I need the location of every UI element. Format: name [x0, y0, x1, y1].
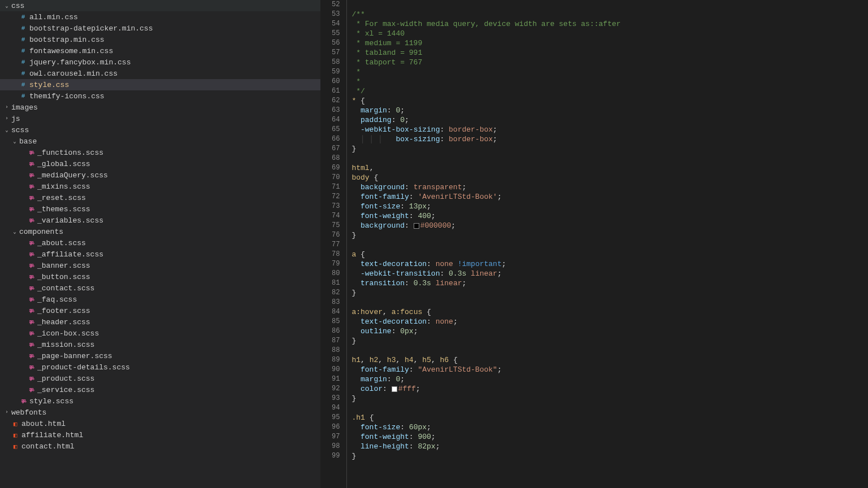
file-item[interactable]: ⅌_variables.scss [0, 215, 320, 226]
code-line[interactable]: outline: 0px; [351, 326, 868, 336]
code-line[interactable] [351, 0, 868, 10]
line-number: 76 [332, 230, 340, 240]
file-item[interactable]: ⅌_mediaQuery.scss [0, 169, 320, 181]
code-content[interactable]: /** * For max-width media query, device … [346, 0, 868, 488]
folder-item[interactable]: ⌄scss [0, 124, 320, 136]
code-line[interactable]: text-decoration: none !important; [351, 259, 868, 269]
chevron-down-icon: ⌄ [11, 229, 18, 235]
code-line[interactable]: html, [351, 163, 868, 173]
code-line[interactable]: line-height: 82px; [351, 442, 868, 451]
file-item[interactable]: ⅌style.scss [0, 395, 320, 407]
file-item[interactable]: ⅌_reset.scss [0, 192, 320, 203]
code-line[interactable]: padding: 0; [351, 115, 868, 125]
code-editor[interactable]: 5253545556575859606162636465666768697071… [320, 0, 868, 488]
folder-item[interactable]: ›images [0, 102, 320, 113]
code-line[interactable]: .h1 { [351, 413, 868, 422]
code-line[interactable]: body { [351, 173, 868, 182]
file-item[interactable]: ◧about.html [0, 418, 320, 429]
file-item[interactable]: ⅌_page-banner.scss [0, 350, 320, 361]
folder-item[interactable]: ⌄components [0, 226, 320, 237]
code-line[interactable] [351, 298, 868, 307]
file-item[interactable]: ⅌_button.scss [0, 271, 320, 282]
file-item[interactable]: #bootstrap-datepicker.min.css [0, 23, 320, 34]
code-line[interactable]: } [351, 288, 868, 298]
code-line[interactable]: font-family: "AvenirLTStd-Book"; [351, 365, 868, 374]
code-line[interactable]: │ │ │ box-sizing: border-box; [351, 134, 868, 144]
folder-item[interactable]: ›js [0, 113, 320, 124]
file-item[interactable]: #all.min.css [0, 11, 320, 23]
tree-item-label: images [11, 103, 38, 112]
file-item[interactable]: ⅌_mission.scss [0, 339, 320, 350]
line-number: 64 [332, 115, 340, 125]
code-line[interactable]: /** [351, 10, 868, 19]
code-line[interactable]: * medium = 1199 [351, 38, 868, 48]
file-item[interactable]: ⅌_product.scss [0, 373, 320, 384]
file-item[interactable]: #bootstrap.min.css [0, 34, 320, 45]
file-item[interactable]: #owl.carousel.min.css [0, 68, 320, 79]
line-number: 72 [332, 192, 340, 202]
file-item[interactable]: ⅌_header.scss [0, 316, 320, 328]
line-number: 54 [332, 19, 340, 29]
code-line[interactable]: * { [351, 96, 868, 106]
file-item[interactable]: ⅌_about.scss [0, 237, 320, 249]
code-line[interactable]: color: #fff; [351, 384, 868, 394]
code-line[interactable]: background: transparent; [351, 182, 868, 192]
code-line[interactable]: font-family: 'AvenirLTStd-Book'; [351, 192, 868, 202]
code-line[interactable]: * xl = 1440 [351, 29, 868, 38]
code-line[interactable]: * tabland = 991 [351, 48, 868, 58]
code-line[interactable]: } [351, 451, 868, 461]
code-line[interactable]: font-size: 60px; [351, 422, 868, 432]
code-line[interactable]: } [351, 394, 868, 403]
file-item[interactable]: ⅌_footer.scss [0, 305, 320, 316]
code-line[interactable] [351, 154, 868, 163]
code-line[interactable]: -webkit-box-sizing: border-box; [351, 125, 868, 134]
app-root: ⌄css#all.min.css#bootstrap-datepicker.mi… [0, 0, 868, 488]
code-line[interactable]: * For max-width media query, device widt… [351, 19, 868, 29]
code-line[interactable]: a { [351, 250, 868, 259]
file-item[interactable]: ⅌_global.scss [0, 158, 320, 169]
file-item[interactable]: ⅌_icon-box.scss [0, 328, 320, 339]
file-item[interactable]: ◧affiliate.html [0, 429, 320, 441]
tree-item-label: _product.scss [37, 374, 94, 383]
code-line[interactable]: } [351, 144, 868, 154]
code-line[interactable] [351, 346, 868, 355]
file-item[interactable]: ⅌_faq.scss [0, 294, 320, 305]
folder-item[interactable]: ⌄base [0, 136, 320, 147]
code-line[interactable]: */ [351, 86, 868, 96]
code-line[interactable]: * [351, 67, 868, 77]
code-line[interactable]: margin: 0; [351, 106, 868, 115]
file-item[interactable]: #themify-icons.css [0, 90, 320, 102]
file-item[interactable]: #jquery.fancybox.min.css [0, 56, 320, 68]
file-item[interactable]: ◧contact.html [0, 441, 320, 452]
file-item[interactable]: ⅌_service.scss [0, 384, 320, 395]
file-item[interactable]: #fontawesome.min.css [0, 45, 320, 56]
code-line[interactable]: a:hover, a:focus { [351, 307, 868, 317]
code-line[interactable]: background: #000000; [351, 221, 868, 230]
file-item[interactable]: ⅌_mixins.scss [0, 181, 320, 192]
code-line[interactable]: transition: 0.3s linear; [351, 278, 868, 288]
folder-item[interactable]: ›webfonts [0, 407, 320, 418]
file-item[interactable]: ⅌_product-details.scss [0, 361, 320, 373]
code-line[interactable] [351, 403, 868, 413]
code-line[interactable]: } [351, 230, 868, 240]
code-line[interactable]: * [351, 77, 868, 86]
file-item[interactable]: ⅌_themes.scss [0, 203, 320, 215]
code-line[interactable]: -webkit-transition: 0.3s linear; [351, 269, 868, 278]
code-line[interactable] [351, 240, 868, 250]
file-item[interactable]: #style.css [0, 79, 320, 90]
code-line[interactable]: margin: 0; [351, 374, 868, 384]
code-line[interactable]: text-decoration: none; [351, 317, 868, 326]
line-number: 52 [332, 0, 340, 10]
code-line[interactable]: font-weight: 900; [351, 432, 868, 442]
file-item[interactable]: ⅌_contact.scss [0, 282, 320, 294]
code-line[interactable]: font-size: 13px; [351, 202, 868, 211]
file-item[interactable]: ⅌_affiliate.scss [0, 249, 320, 260]
code-line[interactable]: font-weight: 400; [351, 211, 868, 221]
file-item[interactable]: ⅌_functions.scss [0, 147, 320, 158]
folder-item[interactable]: ⌄css [0, 0, 320, 11]
code-line[interactable]: } [351, 336, 868, 346]
code-line[interactable]: * tabport = 767 [351, 58, 868, 67]
file-item[interactable]: ⅌_banner.scss [0, 260, 320, 271]
code-line[interactable]: h1, h2, h3, h4, h5, h6 { [351, 355, 868, 365]
file-explorer[interactable]: ⌄css#all.min.css#bootstrap-datepicker.mi… [0, 0, 320, 488]
